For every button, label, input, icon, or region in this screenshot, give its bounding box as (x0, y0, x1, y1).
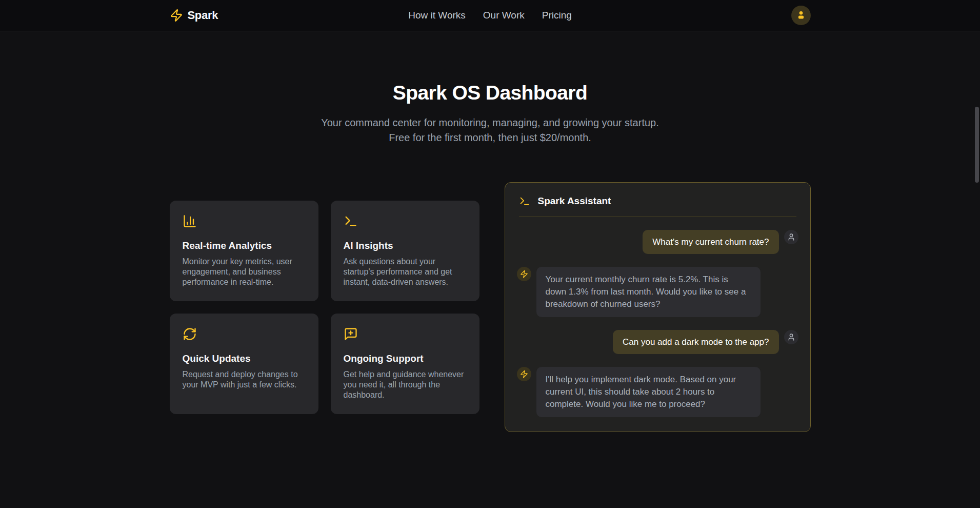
brand-logo[interactable]: Spark (170, 9, 409, 22)
feature-title: AI Insights (344, 240, 467, 251)
user-avatar (784, 230, 798, 244)
assistant-message-bubble: I'll help you implement dark mode. Based… (536, 367, 761, 417)
chat-title: Spark Assistant (538, 196, 611, 207)
assistant-avatar-zap-icon (517, 267, 531, 281)
user-avatar (784, 330, 798, 344)
page-title: Spark OS Dashboard (0, 82, 980, 104)
chat-message-assistant: Your current monthly churn rate is 5.2%.… (517, 267, 798, 317)
bar-chart-icon (183, 214, 306, 228)
feature-card-ongoing-support: Ongoing Support Get help and guidance wh… (331, 314, 479, 414)
message-square-plus-icon (344, 327, 467, 341)
nav-link-pricing[interactable]: Pricing (542, 10, 572, 21)
feature-description: Request and deploy changes to your MVP w… (183, 369, 306, 390)
refresh-icon (183, 327, 306, 341)
nav-link-our-work[interactable]: Our Work (483, 10, 525, 21)
feature-title: Real-time Analytics (183, 240, 306, 251)
page-scrollbar[interactable] (975, 107, 979, 183)
nav-links: How it Works Our Work Pricing (408, 10, 572, 21)
chat-header: Spark Assistant (519, 183, 796, 217)
user-icon (796, 10, 806, 22)
chat-message-user: What's my current churn rate? (517, 230, 798, 254)
terminal-icon (519, 196, 530, 207)
feature-card-quick-updates: Quick Updates Request and deploy changes… (170, 314, 318, 414)
assistant-message-bubble: Your current monthly churn rate is 5.2%.… (536, 267, 761, 317)
assistant-avatar-zap-icon (517, 367, 531, 381)
user-message-bubble: What's my current churn rate? (643, 230, 778, 254)
nav-link-how-it-works[interactable]: How it Works (408, 10, 466, 21)
terminal-icon (344, 214, 467, 228)
feature-description: Get help and guidance whenever you need … (344, 369, 467, 400)
feature-description: Monitor your key metrics, user engagemen… (183, 257, 306, 287)
features-grid: Real-time Analytics Monitor your key met… (170, 201, 479, 414)
chat-message-user: Can you add a dark mode to the app? (517, 330, 798, 354)
brand-name: Spark (188, 9, 218, 22)
feature-description: Ask questions about your startup's perfo… (344, 257, 467, 287)
feature-card-ai-insights: AI Insights Ask questions about your sta… (331, 201, 479, 301)
hero-section: Spark OS Dashboard Your command center f… (0, 31, 980, 145)
feature-card-realtime-analytics: Real-time Analytics Monitor your key met… (170, 201, 318, 301)
top-nav: Spark How it Works Our Work Pricing (0, 0, 980, 31)
chat-message-assistant: I'll help you implement dark mode. Based… (517, 367, 798, 417)
hero-subtitle: Your command center for monitoring, mana… (313, 115, 667, 145)
user-message-bubble: Can you add a dark mode to the app? (613, 330, 778, 354)
chat-message-list: What's my current churn rate? (505, 217, 810, 432)
zap-icon (170, 9, 183, 22)
spark-assistant-widget: Spark Assistant What's my current churn … (505, 182, 811, 432)
main-section: Real-time Analytics Monitor your key met… (0, 182, 980, 432)
account-avatar-button[interactable] (791, 6, 811, 25)
feature-title: Quick Updates (183, 353, 306, 364)
feature-title: Ongoing Support (344, 353, 467, 364)
